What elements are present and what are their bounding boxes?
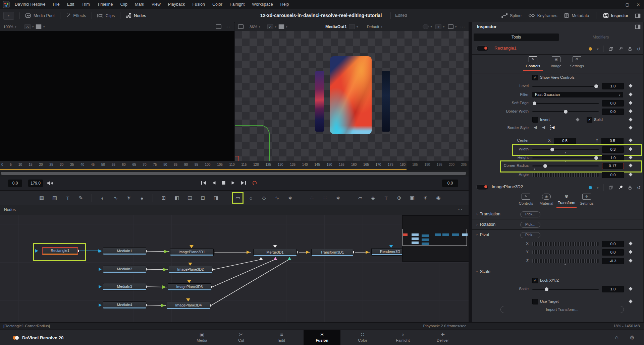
node-imageplane3d2[interactable]: ImagePlane3D2 <box>169 266 212 273</box>
rectangle1-name[interactable]: Rectangle1 <box>494 46 517 51</box>
effects-button[interactable]: Effects <box>66 13 86 18</box>
node-mediain2[interactable]: MediaIn2 <box>103 266 146 273</box>
solid-checkbox[interactable]: ✓ <box>587 117 592 123</box>
imageplane3d2-enable-toggle[interactable] <box>476 184 488 190</box>
keyframes-button[interactable]: Keyframes <box>528 13 557 18</box>
pin-icon-active[interactable] <box>618 185 623 190</box>
right-viewer-channel-dropdown[interactable]: A∨ <box>267 24 277 29</box>
settings-gear-icon[interactable]: ⚙ <box>630 334 635 341</box>
viewed-node-dropdown[interactable]: ∨ <box>349 24 358 29</box>
pivot-x-dial[interactable] <box>532 242 599 246</box>
pivot-section[interactable]: › Pivot Pick... <box>472 232 642 239</box>
light3d-tool[interactable]: ☀ <box>421 194 429 202</box>
tab-plane-settings[interactable]: ⚙Settings <box>575 194 598 205</box>
rotation-section[interactable]: › Rotation Pick... <box>472 222 642 228</box>
audio-mute-icon[interactable] <box>47 181 54 186</box>
interface-toggle-dropdown[interactable]: ∨ <box>3 12 14 20</box>
node-mediain4[interactable]: MediaIn4 <box>103 301 146 309</box>
mask-corner-handle[interactable] <box>235 156 239 161</box>
pivot-y-field[interactable]: 0.0 <box>602 249 624 256</box>
menu-item[interactable]: Trim <box>78 0 94 9</box>
renderer3d-tool[interactable]: ◉ <box>434 194 442 202</box>
bspline-mask-tool[interactable]: ∿ <box>273 194 281 202</box>
keyframe-diamond[interactable] <box>629 101 632 105</box>
menu-item[interactable]: File <box>49 0 63 9</box>
left-viewer-expand-icon[interactable] <box>216 24 221 29</box>
node-imageplane3d4[interactable]: ImagePlane3D4 <box>167 302 210 309</box>
left-viewer-channel-dropdown[interactable]: A∨ <box>24 24 34 29</box>
border-width-slider[interactable] <box>532 111 599 112</box>
home-icon[interactable]: ⌂ <box>615 334 619 341</box>
height-field[interactable]: 1.0 <box>602 155 624 161</box>
use-target-checkbox[interactable] <box>532 299 538 304</box>
scrollbar-thumb[interactable] <box>1 172 466 175</box>
resize-tool[interactable]: ◨ <box>212 194 220 202</box>
node-color-dropdown[interactable]: ∨ <box>597 186 599 189</box>
right-viewer[interactable] <box>235 31 469 161</box>
right-viewer-buffer-dropdown[interactable]: ∨ <box>278 24 288 29</box>
letterbox-tool[interactable]: ▤ <box>186 194 194 202</box>
node-mediain1[interactable]: MediaIn1 <box>103 248 146 255</box>
menu-item[interactable]: DaVinci Resolve <box>11 0 49 9</box>
left-viewer-options-menu[interactable]: ··· <box>225 24 230 29</box>
metadata-button[interactable]: Metadata <box>564 13 589 18</box>
menu-item[interactable]: Help <box>277 0 293 9</box>
menu-item[interactable]: View <box>148 0 164 9</box>
menu-item[interactable]: Clip <box>117 0 131 9</box>
right-viewer-options-menu[interactable]: ··· <box>460 24 465 29</box>
node-imageplane3d3[interactable]: ImagePlane3D3 <box>168 283 211 291</box>
brightness-tool[interactable]: ☀ <box>125 194 133 202</box>
rotation-pick-button[interactable]: Pick... <box>520 222 540 228</box>
inspector-scrollbar[interactable] <box>643 22 644 322</box>
left-viewer-buffer-dropdown[interactable]: ∨ <box>36 24 45 29</box>
import-transform-button[interactable]: Import Transform... <box>500 306 624 313</box>
keyframe-diamond[interactable] <box>629 287 632 290</box>
pivot-z-dial[interactable] <box>532 259 599 263</box>
media-pool-button[interactable]: Media Pool <box>25 13 55 18</box>
app-logo-icon[interactable] <box>3 1 10 8</box>
current-frame-field[interactable]: 0.0 <box>442 180 458 187</box>
dve-tool[interactable]: ◧ <box>173 194 181 202</box>
shape3d-tool[interactable]: ◈ <box>369 194 377 202</box>
menu-item[interactable]: Color <box>209 0 226 9</box>
window-close-button[interactable]: ✕ <box>637 2 640 7</box>
rectangle-mask-view-control[interactable] <box>235 125 270 161</box>
background-tool[interactable]: ▦ <box>38 194 46 202</box>
scale-field[interactable]: 1.0 <box>602 286 624 292</box>
page-fusion[interactable]: ✶Fusion <box>309 330 335 345</box>
corner-radius-slider[interactable] <box>532 165 599 166</box>
center-y-field[interactable]: 0.5 <box>601 138 624 144</box>
pmerge-tool[interactable]: ∷ <box>321 194 329 202</box>
wand-mask-tool[interactable]: ∗ <box>286 194 294 202</box>
lut-dropdown[interactable]: Default∨ <box>367 25 382 29</box>
text3d-tool[interactable]: T <box>382 194 390 202</box>
border-style-bevel-icon[interactable]: ◀ <box>534 125 537 130</box>
soft-edge-slider[interactable] <box>532 103 599 104</box>
keyframe-diamond[interactable] <box>629 138 632 142</box>
keyframe-diamond[interactable] <box>629 147 632 151</box>
node-rectangle1[interactable]: Rectangle1 <box>42 247 78 255</box>
keyframe-diamond[interactable] <box>629 92 632 96</box>
translation-pick-button[interactable]: Pick... <box>520 211 540 217</box>
angle-field[interactable]: 0.0 <box>602 172 624 178</box>
imageplane3d2-name[interactable]: ImagePlane3D2 <box>492 184 523 189</box>
border-style-round-icon[interactable]: ◀ <box>542 125 545 130</box>
inspector-panel-icon[interactable] <box>635 24 641 29</box>
ellipse-mask-tool[interactable]: ○ <box>247 194 255 202</box>
tab-tools[interactable]: Tools <box>474 33 559 41</box>
keyframe-diamond[interactable] <box>629 242 632 245</box>
menu-item[interactable]: Workspace <box>248 0 276 9</box>
page-cut[interactable]: ✂Cut <box>228 330 255 345</box>
page-edit[interactable]: ≡Edit <box>268 330 295 345</box>
tab-rect-controls[interactable]: ✎Controls <box>521 56 545 68</box>
pivot-pick-button[interactable]: Pick... <box>520 232 540 238</box>
nodes-button[interactable]: Nodes <box>126 13 146 18</box>
reset-history-icon[interactable]: ↺ <box>637 47 641 52</box>
rectangle-mask-tool[interactable]: ▭ <box>234 194 242 202</box>
height-slider[interactable] <box>532 157 599 158</box>
keyframe-diamond[interactable] <box>629 250 632 254</box>
colorcorrector-tool[interactable]: ◐ <box>99 194 107 202</box>
border-style-flat-icon[interactable]: ◀ <box>550 125 554 130</box>
timeline-ruler[interactable]: 0510152025303540455055606570758085909510… <box>0 161 469 170</box>
lock-icon[interactable] <box>628 47 632 51</box>
